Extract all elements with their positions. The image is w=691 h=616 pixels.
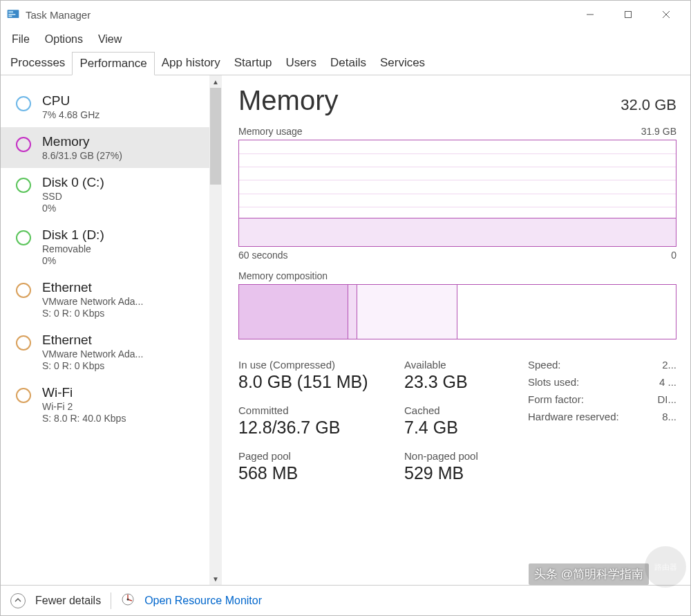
svg-rect-2 bbox=[8, 14, 15, 15]
memory-composition-chart[interactable] bbox=[238, 284, 676, 339]
speed-label: Speed: bbox=[528, 359, 561, 371]
detail-title: Memory bbox=[238, 85, 338, 116]
tab-app-history[interactable]: App history bbox=[155, 52, 227, 75]
in-use-label: In use (Compressed) bbox=[238, 359, 404, 371]
fewer-details-link[interactable]: Fewer details bbox=[35, 595, 101, 607]
x-right: 0 bbox=[671, 250, 676, 261]
cached-label: Cached bbox=[404, 404, 508, 416]
wifi-sub1: Wi-Fi 2 bbox=[42, 401, 126, 412]
comp-in-use bbox=[239, 285, 348, 339]
eth1-sub1: VMware Network Ada... bbox=[42, 296, 143, 307]
eth1-sub2: S: 0 R: 0 Kbps bbox=[42, 308, 143, 319]
sidebar-item-cpu[interactable]: CPU 7% 4.68 GHz bbox=[1, 86, 222, 127]
sidebar-item-memory[interactable]: Memory 8.6/31.9 GB (27%) bbox=[1, 127, 222, 168]
menu-options[interactable]: Options bbox=[38, 30, 90, 48]
disk1-sub2: 0% bbox=[42, 255, 104, 266]
scrollbar-thumb[interactable] bbox=[210, 88, 221, 185]
tab-performance[interactable]: Performance bbox=[72, 52, 154, 75]
net-ring-icon bbox=[16, 283, 31, 298]
tab-startup[interactable]: Startup bbox=[227, 52, 279, 75]
watermark-badge: 路由器 bbox=[645, 546, 686, 588]
titlebar[interactable]: Task Manager bbox=[1, 1, 690, 28]
disk-ring-icon bbox=[16, 230, 31, 245]
disk0-sub1: SSD bbox=[42, 191, 104, 202]
separator bbox=[111, 592, 111, 609]
sidebar-item-disk0[interactable]: Disk 0 (C:) SSD 0% bbox=[1, 168, 222, 221]
chart-fill bbox=[239, 218, 676, 246]
tabbar: Processes Performance App history Startu… bbox=[1, 50, 690, 75]
sidebar-item-ethernet-2[interactable]: Ethernet VMware Network Ada... S: 0 R: 0… bbox=[1, 326, 222, 378]
chevron-up-icon[interactable] bbox=[10, 593, 26, 608]
comp-standby bbox=[357, 285, 457, 339]
comp-modified bbox=[348, 285, 357, 339]
window-title: Task Manager bbox=[26, 9, 571, 21]
disk1-title: Disk 1 (D:) bbox=[42, 227, 104, 243]
nonpaged-label: Non-paged pool bbox=[404, 450, 508, 462]
disk0-title: Disk 0 (C:) bbox=[42, 175, 104, 190]
available-value: 23.3 GB bbox=[404, 372, 508, 392]
comp-free bbox=[457, 285, 676, 339]
minimize-button[interactable] bbox=[571, 1, 609, 28]
resmon-icon bbox=[121, 592, 135, 609]
memory-details: Memory 32.0 GB Memory usage 31.9 GB 60 s… bbox=[222, 75, 690, 585]
memory-total: 32.0 GB bbox=[621, 96, 676, 114]
menu-file[interactable]: File bbox=[5, 30, 37, 48]
disk-ring-icon bbox=[16, 178, 31, 193]
maximize-button[interactable] bbox=[609, 1, 647, 28]
usage-label: Memory usage bbox=[238, 126, 303, 137]
memory-title: Memory bbox=[42, 134, 122, 149]
memory-ring-icon bbox=[16, 137, 31, 152]
eth2-sub2: S: 0 R: 0 Kbps bbox=[42, 360, 143, 371]
hw-value: 8... bbox=[662, 411, 676, 422]
sidebar-item-wifi[interactable]: Wi-Fi Wi-Fi 2 S: 8.0 R: 40.0 Kbps bbox=[1, 378, 222, 431]
eth2-sub1: VMware Network Ada... bbox=[42, 348, 143, 360]
committed-value: 12.8/36.7 GB bbox=[238, 418, 404, 438]
composition-label: Memory composition bbox=[238, 270, 328, 281]
app-icon bbox=[6, 8, 20, 21]
menu-view[interactable]: View bbox=[91, 30, 129, 48]
committed-label: Committed bbox=[238, 404, 404, 416]
memory-usage-chart[interactable] bbox=[238, 140, 676, 247]
close-button[interactable] bbox=[647, 1, 685, 28]
hw-label: Hardware reserved: bbox=[528, 411, 619, 422]
eth1-title: Ethernet bbox=[42, 280, 143, 295]
scroll-up-icon[interactable]: ▲ bbox=[209, 75, 222, 88]
tab-details[interactable]: Details bbox=[323, 52, 373, 75]
eth2-title: Ethernet bbox=[42, 333, 143, 348]
svg-rect-1 bbox=[8, 11, 13, 13]
paged-label: Paged pool bbox=[238, 450, 404, 462]
tab-processes[interactable]: Processes bbox=[3, 52, 72, 75]
sidebar-item-disk1[interactable]: Disk 1 (D:) Removable 0% bbox=[1, 221, 222, 273]
menubar: File Options View bbox=[1, 28, 690, 50]
open-resource-monitor-link[interactable]: Open Resource Monitor bbox=[144, 595, 262, 607]
tab-services[interactable]: Services bbox=[373, 52, 432, 75]
slots-value: 4 ... bbox=[659, 376, 676, 388]
disk0-sub2: 0% bbox=[42, 203, 104, 214]
net-ring-icon bbox=[16, 388, 31, 403]
tab-users[interactable]: Users bbox=[279, 52, 323, 75]
cached-value: 7.4 GB bbox=[404, 418, 508, 438]
wifi-title: Wi-Fi bbox=[42, 385, 126, 400]
speed-value: 2... bbox=[662, 359, 676, 371]
memory-sub: 8.6/31.9 GB (27%) bbox=[42, 150, 122, 161]
wifi-sub2: S: 8.0 R: 40.0 Kbps bbox=[42, 413, 126, 424]
cpu-sub: 7% 4.68 GHz bbox=[42, 109, 100, 120]
scrollbar-track[interactable]: ▲ ▼ bbox=[209, 75, 222, 585]
paged-value: 568 MB bbox=[238, 463, 404, 483]
usage-max: 31.9 GB bbox=[641, 126, 676, 137]
slots-label: Slots used: bbox=[528, 376, 579, 388]
spec-table: Speed:2... Slots used:4 ... Form factor:… bbox=[528, 359, 676, 483]
footer: Fewer details Open Resource Monitor bbox=[1, 585, 690, 615]
content: CPU 7% 4.68 GHz Memory 8.6/31.9 GB (27%)… bbox=[1, 75, 690, 585]
in-use-value: 8.0 GB (151 MB) bbox=[238, 372, 404, 392]
performance-sidebar: CPU 7% 4.68 GHz Memory 8.6/31.9 GB (27%)… bbox=[1, 75, 222, 585]
svg-rect-3 bbox=[8, 16, 12, 17]
available-label: Available bbox=[404, 359, 508, 371]
nonpaged-value: 529 MB bbox=[404, 463, 508, 483]
cpu-title: CPU bbox=[42, 93, 100, 109]
sidebar-item-ethernet-1[interactable]: Ethernet VMware Network Ada... S: 0 R: 0… bbox=[1, 273, 222, 326]
scroll-down-icon[interactable]: ▼ bbox=[209, 572, 222, 585]
disk1-sub1: Removable bbox=[42, 243, 104, 254]
svg-rect-5 bbox=[625, 12, 631, 18]
form-value: DI... bbox=[657, 393, 676, 405]
